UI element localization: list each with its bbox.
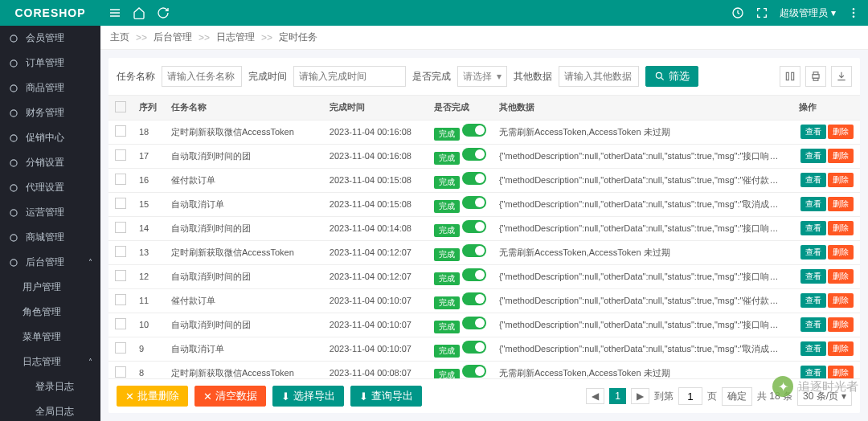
view-button[interactable]: 查看 xyxy=(800,341,826,356)
view-button[interactable]: 查看 xyxy=(800,173,826,187)
page-prev[interactable]: ◀ xyxy=(586,388,604,404)
row-checkbox[interactable] xyxy=(115,125,126,137)
row-checkbox[interactable] xyxy=(115,270,126,281)
sidebar-item[interactable]: 菜单管理 xyxy=(0,325,100,349)
sidebar-item[interactable]: 代理设置 xyxy=(0,175,100,200)
home-icon[interactable] xyxy=(133,6,145,19)
page-go[interactable]: 确定 xyxy=(722,387,752,406)
breadcrumb-item[interactable]: 日志管理 xyxy=(216,31,255,44)
view-button[interactable]: 查看 xyxy=(800,125,826,139)
row-checkbox[interactable] xyxy=(115,246,126,257)
delete-button[interactable]: 删除 xyxy=(828,341,854,356)
view-button[interactable]: 查看 xyxy=(800,317,826,332)
delete-button[interactable]: 删除 xyxy=(828,293,854,308)
menu-toggle-icon[interactable] xyxy=(108,6,121,19)
delete-button[interactable]: 删除 xyxy=(828,149,854,163)
view-button[interactable]: 查看 xyxy=(800,221,826,235)
view-button[interactable]: 查看 xyxy=(800,366,826,378)
breadcrumb-item[interactable]: 主页 xyxy=(110,31,129,44)
delete-button[interactable]: 删除 xyxy=(828,221,854,235)
done-toggle[interactable] xyxy=(462,341,486,354)
row-checkbox[interactable] xyxy=(115,318,126,329)
done-toggle[interactable] xyxy=(462,124,486,137)
sidebar-item[interactable]: 促销中心 xyxy=(0,125,100,150)
export-icon[interactable] xyxy=(831,66,852,87)
user-icon xyxy=(8,33,21,44)
delete-button[interactable]: 删除 xyxy=(828,269,854,284)
cell-time: 2023-11-04 00:10:07 xyxy=(323,313,428,337)
done-tag: 完成 xyxy=(434,200,460,213)
query-export-button[interactable]: ⬇ 查询导出 xyxy=(350,386,422,407)
filter-taskname-input[interactable] xyxy=(162,66,242,87)
sidebar-item[interactable]: 全局日志 xyxy=(0,399,100,421)
done-toggle[interactable] xyxy=(462,148,486,161)
user-menu[interactable]: 超级管理员 ▾ xyxy=(780,6,836,20)
view-button[interactable]: 查看 xyxy=(800,245,826,260)
filter-done-select[interactable]: 请选择▾ xyxy=(457,66,507,87)
sidebar-item[interactable]: 分销设置 xyxy=(0,150,100,175)
sidebar-item[interactable]: 订单管理 xyxy=(0,51,100,76)
done-toggle[interactable] xyxy=(462,365,486,378)
fullscreen-icon[interactable] xyxy=(755,6,768,19)
page-next[interactable]: ▶ xyxy=(631,388,649,404)
select-all-checkbox[interactable] xyxy=(115,101,126,112)
cell-time: 2023-11-04 00:15:08 xyxy=(323,168,428,192)
view-button[interactable]: 查看 xyxy=(800,197,826,211)
cell-name: 自动取消到时间的团 xyxy=(165,313,323,337)
done-toggle[interactable] xyxy=(462,292,486,305)
select-export-button[interactable]: ⬇ 选择导出 xyxy=(272,386,344,407)
cell-seq: 16 xyxy=(133,168,165,192)
empty-button[interactable]: ✕ 清空数据 xyxy=(194,386,266,407)
columns-icon[interactable] xyxy=(780,66,800,87)
filter-time-input[interactable] xyxy=(293,66,406,87)
notification-icon[interactable] xyxy=(731,6,744,19)
sidebar-item[interactable]: 商城管理 xyxy=(0,225,100,250)
delete-button[interactable]: 删除 xyxy=(828,173,854,187)
delete-button[interactable]: 删除 xyxy=(828,197,854,211)
delete-button[interactable]: 删除 xyxy=(828,245,854,260)
delete-button[interactable]: 删除 xyxy=(828,317,854,332)
sidebar-item[interactable]: 用户管理 xyxy=(0,275,100,300)
done-toggle[interactable] xyxy=(462,196,486,209)
sidebar-item[interactable]: 商品管理 xyxy=(0,76,100,100)
row-checkbox[interactable] xyxy=(115,198,126,209)
cell-name: 催付款订单 xyxy=(165,168,323,192)
view-button[interactable]: 查看 xyxy=(800,293,826,308)
row-checkbox[interactable] xyxy=(115,294,126,305)
row-checkbox[interactable] xyxy=(115,342,126,354)
done-toggle[interactable] xyxy=(462,317,486,329)
sidebar-item[interactable]: 运营管理 xyxy=(0,200,100,225)
sidebar-item[interactable]: 后台管理˄ xyxy=(0,250,100,275)
sidebar-item[interactable]: 登录日志 xyxy=(0,374,100,399)
row-checkbox[interactable] xyxy=(115,366,126,378)
sidebar-item[interactable]: 角色管理 xyxy=(0,300,100,325)
filter-other-input[interactable] xyxy=(559,66,639,87)
sidebar-item[interactable]: 会员管理 xyxy=(0,26,100,51)
sidebar-item[interactable]: 财务管理 xyxy=(0,100,100,125)
done-toggle[interactable] xyxy=(462,220,486,233)
page-input[interactable] xyxy=(678,387,702,405)
search-button[interactable]: 筛选 xyxy=(645,66,698,87)
cell-data: 无需刷新AccessToken,AccessToken 未过期 xyxy=(493,120,792,144)
refresh-icon[interactable] xyxy=(157,6,170,19)
sidebar-item[interactable]: 日志管理˄ xyxy=(0,349,100,374)
page-current[interactable]: 1 xyxy=(609,388,626,404)
view-button[interactable]: 查看 xyxy=(800,149,826,163)
done-toggle[interactable] xyxy=(462,172,486,185)
print-icon[interactable] xyxy=(805,66,826,87)
done-toggle[interactable] xyxy=(462,244,486,257)
more-icon[interactable] xyxy=(847,6,860,19)
batch-delete-button[interactable]: ✕ 批量删除 xyxy=(117,386,188,407)
svg-point-8 xyxy=(10,234,17,240)
table-row: 12自动取消到时间的团2023-11-04 00:12:07完成 {"metho… xyxy=(108,264,860,288)
view-button[interactable]: 查看 xyxy=(800,269,826,284)
row-checkbox[interactable] xyxy=(115,174,126,185)
page-size-select[interactable]: 30 条/页 ▾ xyxy=(797,387,852,406)
row-checkbox[interactable] xyxy=(115,149,126,161)
breadcrumb-item[interactable]: 后台管理 xyxy=(154,31,192,44)
delete-button[interactable]: 删除 xyxy=(828,366,854,378)
row-checkbox[interactable] xyxy=(115,222,126,233)
delete-button[interactable]: 删除 xyxy=(828,125,854,139)
filter-other-label: 其他数据 xyxy=(514,70,552,84)
done-toggle[interactable] xyxy=(462,268,486,281)
